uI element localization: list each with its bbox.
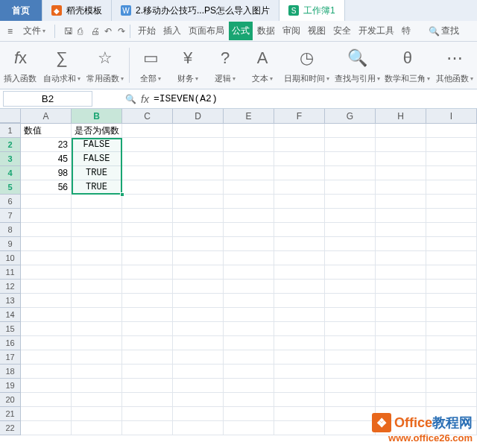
- cell[interactable]: [224, 138, 274, 152]
- fill-handle[interactable]: [120, 192, 124, 197]
- cell[interactable]: [376, 379, 426, 393]
- cell[interactable]: [325, 322, 376, 336]
- cell[interactable]: 23: [21, 138, 72, 152]
- menu-security[interactable]: 安全: [330, 22, 354, 40]
- cell[interactable]: [224, 336, 274, 350]
- insert-function-button[interactable]: fx 插入函数: [1, 45, 40, 86]
- cell[interactable]: [173, 308, 224, 322]
- cell[interactable]: [21, 237, 72, 251]
- redo-icon[interactable]: ↷: [113, 25, 125, 37]
- cell[interactable]: [325, 180, 376, 195]
- cell[interactable]: [426, 322, 477, 336]
- cell[interactable]: [325, 379, 376, 393]
- select-all-corner[interactable]: [0, 109, 21, 123]
- col-header-a[interactable]: A: [21, 109, 72, 123]
- cell[interactable]: [173, 294, 224, 308]
- row-header[interactable]: 2: [0, 138, 21, 152]
- cell[interactable]: [122, 294, 173, 308]
- cell[interactable]: [72, 350, 122, 365]
- cell[interactable]: [173, 336, 224, 350]
- cell[interactable]: [122, 237, 173, 251]
- cell[interactable]: [72, 393, 122, 407]
- row-header[interactable]: 11: [0, 265, 21, 280]
- cell[interactable]: [274, 152, 325, 166]
- cell[interactable]: [426, 195, 477, 209]
- cell[interactable]: [274, 407, 325, 421]
- cell[interactable]: [21, 365, 72, 379]
- cell[interactable]: [122, 421, 173, 435]
- cell[interactable]: FALSE: [72, 152, 122, 166]
- file-menu[interactable]: 文件▾: [19, 22, 50, 40]
- math-fn-button[interactable]: θ 数学和三角▾: [383, 45, 432, 86]
- cell[interactable]: [21, 421, 72, 435]
- cell[interactable]: [122, 152, 173, 166]
- cell[interactable]: 45: [21, 152, 72, 166]
- row-header[interactable]: 14: [0, 308, 21, 322]
- cell[interactable]: [426, 280, 477, 294]
- menu-extra[interactable]: 特: [399, 22, 414, 40]
- cell[interactable]: [173, 421, 224, 435]
- row-header[interactable]: 20: [0, 393, 21, 407]
- cell[interactable]: [325, 350, 376, 365]
- cell[interactable]: [325, 223, 376, 237]
- cell[interactable]: [426, 209, 477, 223]
- menu-insert[interactable]: 插入: [160, 22, 184, 40]
- search-button[interactable]: 🔍 查找: [424, 22, 464, 40]
- cell[interactable]: [72, 407, 122, 421]
- cell[interactable]: [274, 237, 325, 251]
- cell[interactable]: 98: [21, 166, 72, 180]
- menu-formula[interactable]: 公式: [229, 22, 253, 40]
- cell[interactable]: [376, 152, 426, 166]
- cell[interactable]: [325, 421, 376, 435]
- cell[interactable]: [122, 166, 173, 180]
- cell[interactable]: [426, 350, 477, 365]
- cell[interactable]: [274, 280, 325, 294]
- cell[interactable]: [224, 223, 274, 237]
- row-header[interactable]: 8: [0, 223, 21, 237]
- cell[interactable]: [224, 308, 274, 322]
- menu-devtools[interactable]: 开发工具: [356, 22, 397, 40]
- row-header[interactable]: 1: [0, 124, 21, 138]
- menu-pagelayout[interactable]: 页面布局: [186, 22, 227, 40]
- cell[interactable]: [122, 195, 173, 209]
- cell[interactable]: [376, 166, 426, 180]
- cell[interactable]: [122, 223, 173, 237]
- cell[interactable]: [274, 393, 325, 407]
- col-header-i[interactable]: I: [426, 109, 477, 123]
- cell[interactable]: [173, 265, 224, 280]
- row-header[interactable]: 7: [0, 209, 21, 223]
- other-fn-button[interactable]: ⋯ 其他函数▾: [434, 45, 476, 86]
- cell[interactable]: [224, 195, 274, 209]
- cell[interactable]: [21, 195, 72, 209]
- cell[interactable]: [72, 421, 122, 435]
- cell[interactable]: [274, 265, 325, 280]
- cell[interactable]: [122, 322, 173, 336]
- lookup-fn-button[interactable]: 🔍 查找与引用▾: [332, 45, 382, 86]
- cell[interactable]: [72, 251, 122, 265]
- cell[interactable]: [72, 265, 122, 280]
- save-icon[interactable]: 🖫: [60, 25, 72, 37]
- row-header[interactable]: 19: [0, 379, 21, 393]
- cell[interactable]: [224, 379, 274, 393]
- col-header-f[interactable]: F: [274, 109, 325, 123]
- row-header[interactable]: 5: [0, 180, 21, 195]
- cell[interactable]: [21, 223, 72, 237]
- cell[interactable]: [173, 350, 224, 365]
- cell[interactable]: [173, 223, 224, 237]
- cell[interactable]: [325, 237, 376, 251]
- print-preview-icon[interactable]: ⎙: [73, 25, 85, 37]
- finance-fn-button[interactable]: ¥ 财务▾: [170, 45, 206, 86]
- tab-home[interactable]: 首页: [0, 0, 42, 21]
- cell[interactable]: [274, 209, 325, 223]
- cell[interactable]: [274, 379, 325, 393]
- cell[interactable]: 数值: [21, 124, 72, 138]
- cell[interactable]: TRUE: [72, 166, 122, 180]
- app-menu-icon[interactable]: ≡: [3, 24, 17, 39]
- row-header[interactable]: 18: [0, 365, 21, 379]
- tab-template[interactable]: ◆ 稻壳模板: [42, 0, 112, 21]
- cell[interactable]: [426, 180, 477, 195]
- cell[interactable]: [21, 379, 72, 393]
- col-header-b[interactable]: B: [72, 109, 122, 123]
- grid-body[interactable]: 1数值是否为偶数 223FALSE 345FALSE 498TRUE 556TR…: [0, 124, 477, 435]
- cell[interactable]: [325, 265, 376, 280]
